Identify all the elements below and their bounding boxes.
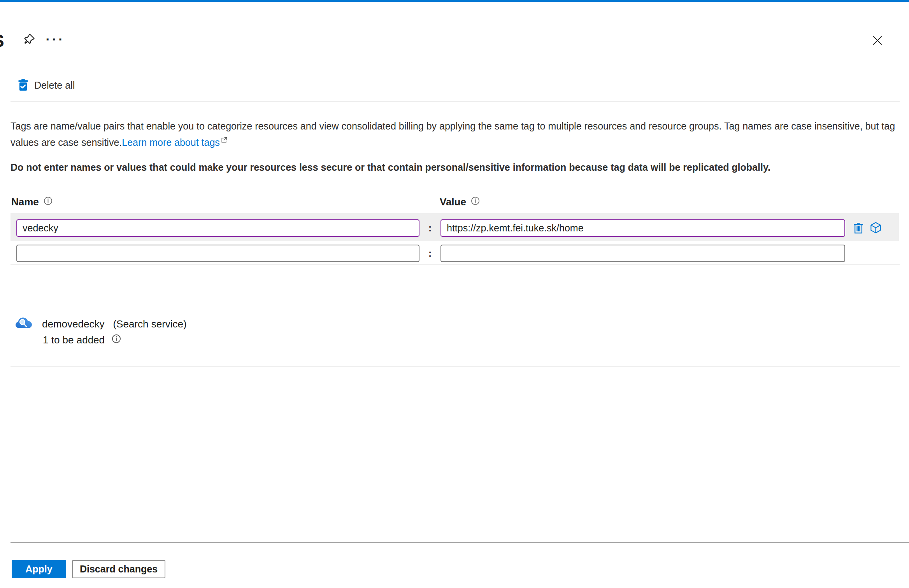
resource-type: (Search service) — [113, 318, 186, 330]
discard-changes-button[interactable]: Discard changes — [72, 560, 165, 578]
tag-name-input[interactable] — [16, 219, 419, 237]
name-value-separator: : — [419, 247, 440, 259]
name-header-label: Name — [11, 196, 39, 208]
search-service-icon — [15, 317, 33, 331]
close-icon — [872, 35, 883, 47]
trash-icon — [853, 221, 864, 235]
rows-divider — [11, 264, 900, 265]
value-header-label: Value — [440, 196, 466, 208]
portal-top-accent-bar — [0, 0, 909, 2]
tag-name-input-empty[interactable] — [16, 245, 419, 262]
resource-summary: demovedecky (Search service) 1 to be add… — [15, 317, 187, 346]
apply-button[interactable]: Apply — [12, 560, 66, 578]
resource-divider — [11, 366, 900, 367]
close-button[interactable] — [871, 34, 884, 47]
name-column-header: Name — [11, 196, 53, 208]
toolbar-divider — [11, 102, 900, 102]
tag-row: : — [11, 241, 899, 265]
external-link-icon — [221, 133, 227, 147]
pin-button[interactable] — [22, 33, 37, 47]
pane-title-fragment: S — [0, 30, 4, 51]
resource-cube-button[interactable] — [869, 222, 882, 235]
delete-all-label: Delete all — [34, 80, 75, 91]
tags-warning-text: Do not enter names or values that could … — [11, 161, 902, 174]
more-options-icon: ··· — [46, 32, 65, 47]
tag-value-input[interactable] — [440, 219, 845, 237]
learn-more-link[interactable]: Learn more about tags — [122, 137, 220, 148]
delete-all-button[interactable]: Delete all — [18, 79, 75, 92]
tag-row: : — [11, 213, 899, 243]
name-value-separator: : — [419, 222, 440, 234]
value-info-icon[interactable] — [471, 196, 480, 208]
cube-icon — [870, 222, 882, 235]
tags-description: Tags are name/value pairs that enable yo… — [11, 119, 902, 149]
pin-icon — [23, 33, 36, 47]
resource-name: demovedecky — [42, 318, 104, 330]
name-info-icon[interactable] — [44, 196, 53, 208]
resource-status-text: 1 to be added — [43, 334, 105, 346]
status-info-icon[interactable] — [112, 334, 121, 346]
delete-all-icon — [18, 79, 28, 92]
tag-value-input-empty[interactable] — [440, 245, 845, 262]
delete-tag-button[interactable] — [852, 222, 865, 235]
value-column-header: Value — [440, 196, 480, 208]
footer-divider — [11, 542, 909, 543]
more-options-button[interactable]: ··· — [46, 31, 65, 47]
